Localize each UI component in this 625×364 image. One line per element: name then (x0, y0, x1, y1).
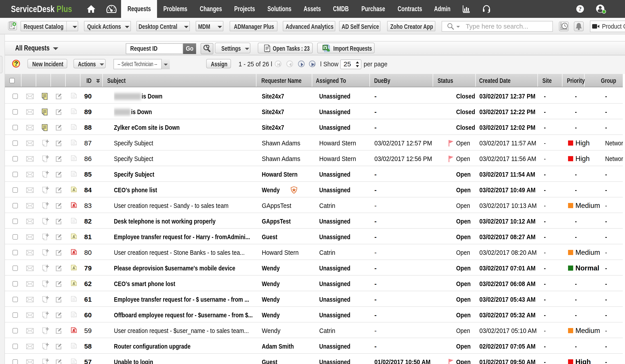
svg-text:?: ? (579, 5, 582, 12)
